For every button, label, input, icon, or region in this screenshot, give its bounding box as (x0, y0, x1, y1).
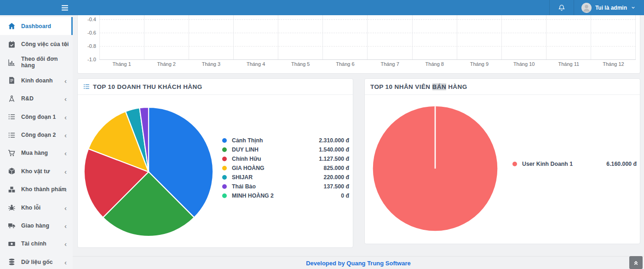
user-menu[interactable]: Tui là admin (574, 0, 640, 15)
legend-label: Chính Hữu (232, 156, 261, 162)
database-icon (8, 258, 16, 266)
gridline (99, 19, 636, 20)
cube-icon (8, 167, 16, 175)
cart-icon (8, 149, 16, 157)
legend-color-dot (222, 147, 227, 152)
gridline (591, 15, 636, 59)
legend-label: DUY LINH (232, 146, 259, 153)
y-tick-label: -0.6 (78, 30, 96, 35)
sidebar-item-4[interactable]: R&D‹ (0, 90, 73, 108)
x-axis-line (99, 59, 636, 60)
sidebar-item-12[interactable]: Tài chính‹ (0, 235, 73, 253)
chevron-left-icon: ‹ (64, 77, 67, 84)
legend-item[interactable]: GIA HOÀNG825.000 đ (222, 164, 349, 173)
user-label: Tui là admin (595, 5, 627, 11)
legend-value: 220.000 đ (324, 174, 349, 181)
gridline (457, 15, 501, 59)
sidebar-item-3[interactable]: Kinh doanh‹ (0, 71, 73, 89)
sidebar-item-label: Công việc của tôi (21, 41, 69, 47)
footer: Developed by Quang Trung Software (73, 256, 644, 269)
sidebar-item-label: Công đoạn 1 (21, 114, 56, 120)
sidebar-item-label: Kinh doanh (21, 77, 53, 84)
gridline (278, 15, 322, 59)
chevron-left-icon: ‹ (64, 204, 67, 211)
legend-color-dot (222, 157, 227, 161)
legend-item[interactable]: User Kinh Doanh 16.160.000 đ (512, 159, 637, 169)
money-bill-icon (8, 240, 16, 248)
chevron-left-icon: ‹ (64, 186, 67, 193)
sidebar-item-1[interactable]: Công việc của tôi‹ (0, 35, 73, 53)
sidebar-item-9[interactable]: Kho thành phẩm‹ (0, 181, 73, 199)
gridline (144, 15, 189, 59)
chevron-down-icon (631, 5, 636, 10)
sidebar-item-13[interactable]: Dữ liệu gốc‹ (0, 253, 73, 269)
sidebar-item-label: Theo dõi đơn hàng (21, 56, 73, 69)
legend-value: 137.500 đ (324, 183, 349, 190)
legend-label: MINH HOÀNG 2 (232, 193, 274, 199)
sidebar-item-dashboard[interactable]: Dashboard (0, 17, 73, 35)
home-icon (8, 22, 16, 30)
gridline (233, 15, 278, 59)
tasks-list-icon (8, 131, 16, 139)
gridline (322, 15, 367, 59)
x-tick-label: Tháng 4 (234, 61, 278, 67)
sidebar-item-7[interactable]: Mua hàng‹ (0, 144, 73, 162)
sidebar-item-8[interactable]: Kho vật tư‹ (0, 162, 73, 180)
gridline (367, 15, 412, 59)
legend-value: 2.310.000 đ (319, 137, 349, 144)
legend-item[interactable]: DUY LINH1.540.000 đ (222, 145, 349, 154)
legend-value: 1.127.500 đ (319, 156, 349, 162)
legend-color-dot (222, 175, 227, 180)
sidebar-item-label: Dữ liệu gốc (21, 259, 53, 265)
x-tick-label: Tháng 3 (189, 61, 233, 67)
legend-item[interactable]: Thái Bảo137.500 đ (222, 182, 349, 191)
sidebar-item-11[interactable]: Giao hàng‹ (0, 216, 73, 234)
chevron-left-icon: ‹ (64, 168, 67, 175)
tasks-list-icon (8, 113, 16, 121)
sidebar-item-10[interactable]: Kho lỗi‹ (0, 199, 73, 216)
app-root: Tui là admin DashboardCông việc của tôi‹… (0, 0, 644, 269)
legend-color-dot (222, 193, 227, 198)
gridline (99, 15, 144, 59)
footer-credit-link[interactable]: Developed by Quang Trung Software (306, 260, 411, 267)
legend-label: Cảnh Thịnh (232, 137, 263, 144)
salesperson-legend: User Kinh Doanh 16.160.000 đ (512, 159, 637, 169)
legend-item[interactable]: Chính Hữu1.127.500 đ (222, 154, 349, 164)
x-tick-label: Tháng 7 (368, 61, 412, 67)
gridline (99, 46, 636, 47)
sidebar: DashboardCông việc của tôi‹Theo dõi đơn … (0, 15, 73, 269)
legend-value: 0 đ (341, 193, 349, 199)
y-tick-label: -0.8 (78, 43, 96, 49)
x-tick-label: Tháng 2 (144, 61, 189, 67)
menu-icon[interactable] (59, 2, 71, 13)
legend-item[interactable]: Cảnh Thịnh2.310.000 đ (222, 136, 349, 145)
bell-icon[interactable] (550, 0, 574, 15)
avatar (581, 3, 592, 13)
chevron-left-icon: ‹ (64, 150, 67, 157)
legend-color-dot (222, 138, 227, 143)
legend-color-dot (512, 162, 517, 166)
sidebar-item-5[interactable]: Công đoạn 1‹ (0, 108, 73, 126)
topbar-right: Tui là admin (549, 0, 640, 15)
sidebar-item-label: Mua hàng (21, 150, 48, 156)
legend-color-dot (222, 184, 227, 189)
legend-label: User Kinh Doanh 1 (522, 161, 573, 167)
legend-item[interactable]: MINH HOÀNG 20 đ (222, 191, 349, 200)
legend-label: Thái Bảo (232, 183, 256, 190)
search-highlight: BÁN (432, 83, 446, 90)
x-tick-label: Tháng 11 (546, 61, 591, 67)
scroll-to-top-button[interactable] (629, 256, 643, 269)
sidebar-item-2[interactable]: Theo dõi đơn hàng (0, 53, 73, 71)
topbar: Tui là admin (0, 0, 644, 15)
chart-plot-area (99, 15, 636, 59)
customer-revenue-legend: Cảnh Thịnh2.310.000 đDUY LINH1.540.000 đ… (222, 136, 349, 200)
legend-item[interactable]: SHIJAR220.000 đ (222, 173, 349, 182)
top10-salesperson-card: TOP 10 NHÂN VIÊN BÁN HÀNG User Kinh Doan… (364, 78, 640, 244)
sidebar-item-6[interactable]: Công đoạn 2‹ (0, 126, 73, 144)
vertical-gridlines (99, 15, 636, 59)
gridline (501, 15, 546, 59)
legend-value: 1.540.000 đ (319, 146, 349, 153)
gridline (189, 15, 233, 59)
drafting-compass-icon (8, 95, 16, 103)
sidebar-item-label: R&D (21, 95, 34, 102)
